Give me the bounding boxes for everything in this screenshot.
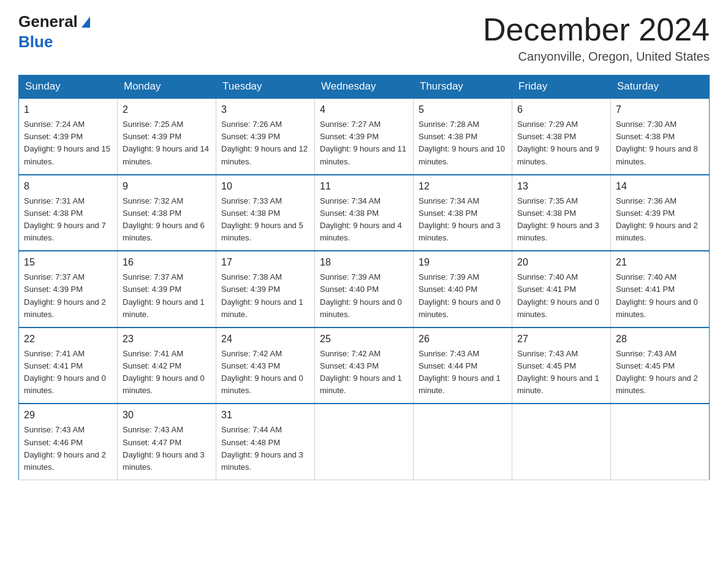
daylight-label: Daylight: 9 hours and 3 minutes.	[517, 221, 599, 242]
day-info: Sunrise: 7:38 AM Sunset: 4:39 PM Dayligh…	[221, 271, 309, 321]
location-title: Canyonville, Oregon, United States	[483, 50, 710, 64]
day-info: Sunrise: 7:35 AM Sunset: 4:38 PM Dayligh…	[517, 195, 605, 245]
sunset-label: Sunset: 4:38 PM	[419, 209, 477, 218]
calendar-cell: 10 Sunrise: 7:33 AM Sunset: 4:38 PM Dayl…	[216, 175, 315, 251]
daylight-label: Daylight: 9 hours and 8 minutes.	[616, 144, 698, 166]
sunset-label: Sunset: 4:40 PM	[419, 285, 477, 294]
daylight-label: Daylight: 9 hours and 9 minutes.	[517, 144, 599, 166]
sunset-label: Sunset: 4:46 PM	[24, 438, 83, 447]
daylight-label: Daylight: 9 hours and 10 minutes.	[419, 144, 505, 166]
day-number: 3	[221, 102, 309, 117]
day-number: 7	[616, 102, 704, 117]
day-info: Sunrise: 7:43 AM Sunset: 4:44 PM Dayligh…	[419, 348, 507, 397]
calendar-cell: 28 Sunrise: 7:43 AM Sunset: 4:45 PM Dayl…	[611, 327, 710, 404]
sunset-label: Sunset: 4:38 PM	[24, 209, 83, 218]
sunrise-label: Sunrise: 7:37 AM	[123, 272, 183, 282]
calendar-cell: 3 Sunrise: 7:26 AM Sunset: 4:39 PM Dayli…	[216, 98, 315, 175]
sunset-label: Sunset: 4:39 PM	[24, 285, 83, 294]
sunrise-label: Sunrise: 7:43 AM	[419, 349, 479, 358]
day-number: 25	[320, 332, 408, 347]
sunrise-label: Sunrise: 7:43 AM	[123, 425, 183, 434]
day-number: 29	[24, 408, 112, 423]
day-info: Sunrise: 7:26 AM Sunset: 4:39 PM Dayligh…	[221, 118, 309, 168]
daylight-label: Daylight: 9 hours and 3 minutes.	[419, 221, 501, 242]
day-info: Sunrise: 7:27 AM Sunset: 4:39 PM Dayligh…	[320, 118, 408, 168]
day-number: 31	[221, 408, 309, 423]
sunrise-label: Sunrise: 7:29 AM	[517, 120, 578, 129]
day-info: Sunrise: 7:37 AM Sunset: 4:39 PM Dayligh…	[123, 271, 211, 321]
calendar-cell: 17 Sunrise: 7:38 AM Sunset: 4:39 PM Dayl…	[216, 251, 315, 327]
daylight-label: Daylight: 9 hours and 5 minutes.	[221, 221, 303, 242]
day-number: 14	[616, 179, 704, 194]
calendar-cell: 30 Sunrise: 7:43 AM Sunset: 4:47 PM Dayl…	[118, 404, 216, 480]
calendar-cell: 25 Sunrise: 7:42 AM Sunset: 4:43 PM Dayl…	[315, 327, 414, 404]
sunrise-label: Sunrise: 7:26 AM	[221, 120, 282, 129]
sunset-label: Sunset: 4:47 PM	[123, 438, 181, 447]
sunrise-label: Sunrise: 7:36 AM	[616, 196, 677, 205]
day-number: 22	[24, 332, 112, 347]
sunrise-label: Sunrise: 7:25 AM	[123, 120, 183, 129]
daylight-label: Daylight: 9 hours and 2 minutes.	[616, 373, 698, 395]
daylight-label: Daylight: 9 hours and 0 minutes.	[419, 297, 501, 319]
day-number: 5	[419, 102, 507, 117]
daylight-label: Daylight: 9 hours and 2 minutes.	[24, 297, 106, 319]
calendar-cell	[414, 404, 512, 480]
sunrise-label: Sunrise: 7:42 AM	[320, 349, 381, 358]
sunset-label: Sunset: 4:40 PM	[320, 285, 379, 294]
day-number: 16	[123, 255, 211, 270]
weekday-header-thursday: Thursday	[414, 75, 512, 99]
day-info: Sunrise: 7:40 AM Sunset: 4:41 PM Dayligh…	[517, 271, 605, 321]
day-info: Sunrise: 7:33 AM Sunset: 4:38 PM Dayligh…	[221, 195, 309, 245]
day-info: Sunrise: 7:40 AM Sunset: 4:41 PM Dayligh…	[616, 271, 704, 321]
calendar-cell: 15 Sunrise: 7:37 AM Sunset: 4:39 PM Dayl…	[19, 251, 118, 327]
calendar-cell	[611, 404, 710, 480]
day-info: Sunrise: 7:41 AM Sunset: 4:41 PM Dayligh…	[24, 348, 112, 397]
sunset-label: Sunset: 4:39 PM	[616, 209, 675, 218]
sunset-label: Sunset: 4:39 PM	[221, 285, 280, 294]
day-number: 1	[24, 102, 112, 117]
week-row-2: 8 Sunrise: 7:31 AM Sunset: 4:38 PM Dayli…	[19, 175, 710, 251]
title-area: December 2024 Canyonville, Oregon, Unite…	[483, 12, 710, 64]
day-info: Sunrise: 7:39 AM Sunset: 4:40 PM Dayligh…	[419, 271, 507, 321]
calendar-cell: 31 Sunrise: 7:44 AM Sunset: 4:48 PM Dayl…	[216, 404, 315, 480]
day-number: 28	[616, 332, 704, 347]
day-number: 9	[123, 179, 211, 194]
day-info: Sunrise: 7:24 AM Sunset: 4:39 PM Dayligh…	[24, 118, 112, 168]
sunrise-label: Sunrise: 7:40 AM	[616, 272, 677, 282]
week-row-5: 29 Sunrise: 7:43 AM Sunset: 4:46 PM Dayl…	[19, 404, 710, 480]
day-number: 2	[123, 102, 211, 117]
daylight-label: Daylight: 9 hours and 12 minutes.	[221, 144, 308, 166]
page-header: General Blue December 2024 Canyonville, …	[18, 12, 710, 64]
calendar-cell: 16 Sunrise: 7:37 AM Sunset: 4:39 PM Dayl…	[118, 251, 216, 327]
sunrise-label: Sunrise: 7:44 AM	[221, 425, 282, 434]
calendar-cell: 22 Sunrise: 7:41 AM Sunset: 4:41 PM Dayl…	[19, 327, 118, 404]
calendar-cell: 27 Sunrise: 7:43 AM Sunset: 4:45 PM Dayl…	[512, 327, 611, 404]
daylight-label: Daylight: 9 hours and 1 minute.	[419, 373, 501, 395]
sunset-label: Sunset: 4:38 PM	[517, 132, 576, 141]
day-info: Sunrise: 7:34 AM Sunset: 4:38 PM Dayligh…	[419, 195, 507, 245]
day-number: 23	[123, 332, 211, 347]
sunset-label: Sunset: 4:38 PM	[221, 209, 280, 218]
sunset-label: Sunset: 4:39 PM	[320, 132, 379, 141]
day-number: 6	[517, 102, 605, 117]
sunset-label: Sunset: 4:43 PM	[320, 361, 379, 370]
calendar-cell: 21 Sunrise: 7:40 AM Sunset: 4:41 PM Dayl…	[611, 251, 710, 327]
weekday-header-wednesday: Wednesday	[315, 75, 414, 99]
daylight-label: Daylight: 9 hours and 2 minutes.	[24, 450, 106, 472]
weekday-header-friday: Friday	[512, 75, 611, 99]
sunrise-label: Sunrise: 7:28 AM	[419, 120, 479, 129]
day-number: 27	[517, 332, 605, 347]
daylight-label: Daylight: 9 hours and 0 minutes.	[517, 297, 599, 319]
daylight-label: Daylight: 9 hours and 1 minute.	[320, 373, 402, 395]
logo-general: General	[18, 12, 78, 31]
calendar-cell: 26 Sunrise: 7:43 AM Sunset: 4:44 PM Dayl…	[414, 327, 512, 404]
day-number: 30	[123, 408, 211, 423]
sunset-label: Sunset: 4:48 PM	[221, 438, 280, 447]
sunrise-label: Sunrise: 7:32 AM	[123, 196, 183, 205]
day-info: Sunrise: 7:44 AM Sunset: 4:48 PM Dayligh…	[221, 424, 309, 473]
sunrise-label: Sunrise: 7:35 AM	[517, 196, 578, 205]
calendar-cell: 14 Sunrise: 7:36 AM Sunset: 4:39 PM Dayl…	[611, 175, 710, 251]
sunrise-label: Sunrise: 7:33 AM	[221, 196, 282, 205]
day-number: 19	[419, 255, 507, 270]
sunset-label: Sunset: 4:38 PM	[517, 209, 576, 218]
